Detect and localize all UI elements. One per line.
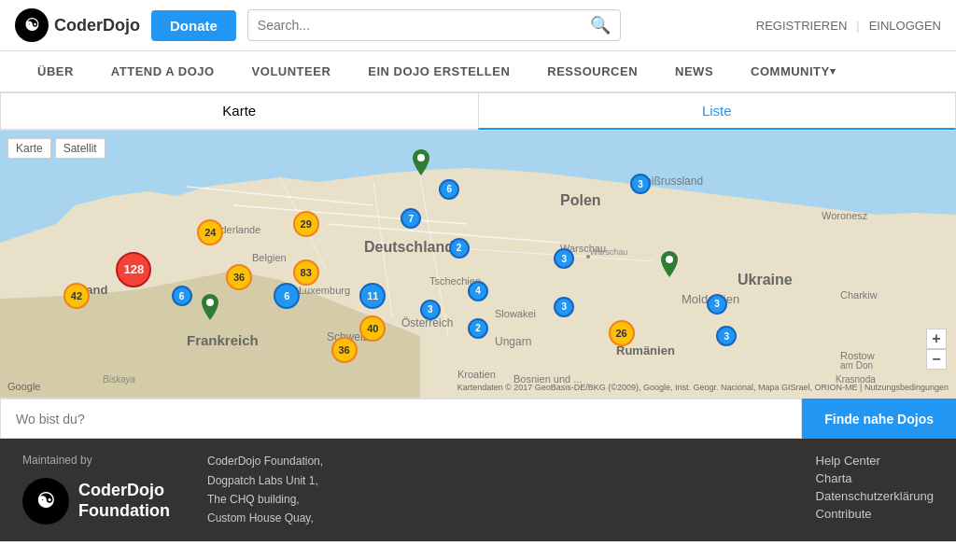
cluster-marker-42[interactable]: 42 [63,283,90,309]
footer-link-help[interactable]: Help Center [816,454,934,468]
search-area: 🔍 [247,9,621,41]
cluster-marker-36b[interactable]: 36 [331,337,358,363]
cluster-marker-40[interactable]: 40 [359,315,386,342]
svg-text:Ungarn: Ungarn [495,335,531,348]
location-input[interactable] [0,399,802,439]
map-zoom-controls: + − [926,329,947,370]
cluster-marker-3c[interactable]: 3 [420,300,441,320]
svg-text:Charkiw: Charkiw [840,289,878,301]
footer-address: CoderDojo Foundation, Dogpatch Labs Unit… [207,452,323,528]
footer-maintained-by: Maintained by [22,454,170,467]
cluster-marker-3d[interactable]: 3 [554,297,574,317]
view-tabs: Karte Liste [0,92,956,131]
donate-button[interactable]: Donate [151,10,236,41]
nav-news[interactable]: NEWS [656,51,732,92]
svg-text:Kroatien: Kroatien [457,369,496,380]
map-pin-north[interactable] [413,149,429,178]
login-link[interactable]: EINLOGGEN [869,19,941,33]
footer-logo-text: CoderDojo Foundation [78,481,170,521]
find-dojos-button[interactable]: Finde nahe Dojos [802,399,956,439]
cluster-marker-83[interactable]: 83 [293,259,319,286]
svg-text:Deutschland: Deutschland [364,239,454,255]
cluster-marker-3f[interactable]: 3 [716,326,737,346]
nav-ein-dojo[interactable]: EIN DOJO ERSTELLEN [349,51,528,92]
svg-text:Ukraine: Ukraine [738,272,793,287]
svg-text:Warschau: Warschau [590,247,627,257]
location-bar: Finde nahe Dojos [0,398,956,439]
satellite-view-button[interactable]: Satellit [55,138,105,159]
nav-ueber[interactable]: ÜBER [19,51,92,92]
cluster-marker-29[interactable]: 29 [293,211,319,237]
cluster-marker-6c[interactable]: 6 [274,283,300,309]
cluster-marker-4[interactable]: 4 [468,281,488,301]
cluster-marker-24[interactable]: 24 [197,219,223,245]
footer-logo-area: ☯ CoderDojo Foundation [22,478,170,525]
header-right: REGISTRIEREN | EINLOGGEN [756,19,941,33]
google-logo: Google [7,381,40,392]
svg-text:Biskaya: Biskaya [103,374,135,385]
svg-text:Polen: Polen [560,192,601,208]
map-view-button[interactable]: Karte [7,138,51,159]
search-icon[interactable]: 🔍 [590,15,611,35]
tab-karte[interactable]: Karte [0,92,478,130]
footer-links: Help Center Charta Datenschutzerklärung … [816,454,934,526]
cluster-marker-3a[interactable]: 3 [630,174,651,194]
map-container[interactable]: Irland Niederlande Belgien Luxemburg Deu… [0,131,956,398]
header-separator: | [856,19,859,33]
tab-liste[interactable]: Liste [478,92,957,130]
cluster-marker-11[interactable]: 11 [359,283,386,309]
logo-text: CoderDojo [54,16,140,35]
footer-link-datenschutz[interactable]: Datenschutzerklärung [816,489,934,503]
footer-logo-icon: ☯ [22,478,69,525]
svg-point-39 [417,154,425,161]
cluster-marker-6a[interactable]: 6 [172,286,192,306]
cluster-marker-26[interactable]: 26 [609,320,635,346]
cluster-marker-2b[interactable]: 2 [468,318,488,339]
svg-point-38 [206,299,214,306]
cluster-marker-3b[interactable]: 3 [554,248,574,269]
cluster-marker-36a[interactable]: 36 [226,264,252,290]
map-attribution: Kartendaten © 2017 GeoBasis-DE/BKG (©200… [457,383,949,392]
map-controls: Karte Satellit [7,138,105,159]
search-input[interactable] [258,18,590,33]
svg-text:Luxemburg: Luxemburg [299,285,350,296]
cluster-marker-7[interactable]: 7 [401,208,421,229]
map-pin-france[interactable] [202,294,218,323]
svg-text:Slowakei: Slowakei [495,308,536,319]
cluster-marker-6b[interactable]: 6 [439,179,459,200]
nav-volunteer[interactable]: VOLUNTEER [233,51,350,92]
svg-point-40 [666,256,673,263]
nav-community[interactable]: COMMUNITY [732,51,854,92]
logo-icon: ☯ [15,8,49,42]
svg-text:Frankreich: Frankreich [187,332,259,348]
svg-text:Belgien: Belgien [252,252,287,263]
footer: Maintained by ☯ CoderDojo Foundation Cod… [0,439,956,541]
register-link[interactable]: REGISTRIEREN [756,19,848,33]
zoom-out-button[interactable]: − [926,349,947,370]
cluster-marker-3e[interactable]: 3 [707,294,727,315]
map-pin-ukraine[interactable] [661,251,678,280]
svg-text:Woronesz: Woronesz [822,210,868,221]
footer-link-contribute[interactable]: Contribute [816,507,934,521]
nav-attend-dojo[interactable]: ATTEND A DOJO [92,51,233,92]
footer-link-charta[interactable]: Charta [816,471,934,485]
nav-ressourcen[interactable]: RESSOURCEN [528,51,656,92]
cluster-marker-128[interactable]: 128 [116,252,151,287]
navigation: ÜBER ATTEND A DOJO VOLUNTEER EIN DOJO ER… [0,51,956,92]
zoom-in-button[interactable]: + [926,329,947,349]
logo-area[interactable]: ☯ CoderDojo [15,8,140,42]
cluster-marker-2a[interactable]: 2 [449,238,470,259]
header: ☯ CoderDojo Donate 🔍 REGISTRIEREN | EINL… [0,0,956,51]
svg-text:am Don: am Don [840,360,873,371]
